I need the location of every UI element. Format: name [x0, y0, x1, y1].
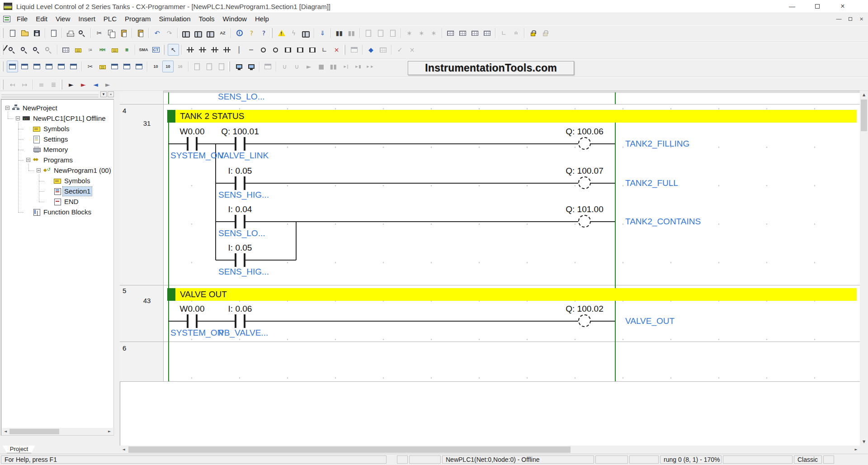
about-icon[interactable]: i: [234, 27, 245, 39]
copy-icon[interactable]: [106, 27, 117, 39]
mdi-minimize-button[interactable]: —: [834, 15, 844, 23]
tree-item-symbols[interactable]: Symbols: [1, 124, 113, 134]
symbol-window-icon[interactable]: [109, 61, 120, 72]
contact[interactable]: [187, 314, 198, 328]
transfer-to-plc-icon[interactable]: ⇓: [317, 27, 328, 39]
compare-with-plc-icon[interactable]: [216, 61, 227, 72]
context-help-icon[interactable]: ?: [258, 27, 269, 39]
delete-selection-icon[interactable]: ×: [331, 44, 342, 56]
find-icon[interactable]: [180, 27, 192, 39]
symbol-bar-icon[interactable]: ≣: [121, 44, 132, 56]
toggle-project-workspace-icon[interactable]: [7, 61, 18, 72]
scroll-down-icon[interactable]: ▼: [860, 438, 868, 446]
undo-icon[interactable]: ↶: [151, 27, 163, 39]
tree-item-symbols[interactable]: Symbols: [1, 176, 113, 186]
menu-edit[interactable]: Edit: [32, 13, 52, 25]
download-to-plc-icon[interactable]: [191, 61, 203, 72]
step-run-icon[interactable]: ►|: [340, 61, 351, 72]
release-password-icon[interactable]: [539, 27, 551, 39]
menu-program[interactable]: Program: [121, 13, 155, 25]
go-to-rung-icon[interactable]: ►: [66, 79, 77, 90]
print-icon[interactable]: [65, 27, 76, 39]
open-file-icon[interactable]: [19, 27, 30, 39]
split-window-icon[interactable]: ✂: [85, 61, 96, 72]
pause-mode-icon[interactable]: ▮▮: [328, 61, 339, 72]
toolbar-grip[interactable]: [2, 62, 5, 71]
close-button[interactable]: ×: [831, 0, 854, 13]
compile-all-plc-programs-icon[interactable]: [276, 27, 287, 39]
online-edit-compile-icon[interactable]: ϟ: [288, 27, 299, 39]
paste-special-icon[interactable]: [135, 27, 146, 39]
vertical-scroll-thumb[interactable]: [861, 100, 867, 131]
hex-monitor-icon[interactable]: 16: [175, 61, 186, 72]
menu-insert[interactable]: Insert: [74, 13, 99, 25]
new-closed-coil-icon[interactable]: [270, 44, 281, 56]
mdi-restore-button[interactable]: [845, 15, 855, 23]
show-comments-dialog-icon[interactable]: [72, 44, 84, 56]
new-function-block-invocation-icon[interactable]: [307, 44, 318, 56]
align-annotations-2-icon[interactable]: ≣: [48, 79, 59, 90]
expander-minus-icon[interactable]: [37, 168, 41, 172]
continuous-step-icon[interactable]: ►►: [364, 61, 376, 72]
local-symbol-table-icon[interactable]: [68, 61, 79, 72]
scroll-left-icon[interactable]: ◄: [120, 446, 127, 454]
signed-decimal-monitor-icon[interactable]: 10: [162, 61, 174, 72]
menu-window[interactable]: Window: [219, 13, 251, 25]
zoom-out-icon[interactable]: [31, 44, 42, 56]
align-annotations-icon[interactable]: ≡: [36, 79, 47, 90]
address-reference-tool-icon[interactable]: [56, 61, 67, 72]
rung-wrap-icon[interactable]: [121, 61, 132, 72]
help-topics-icon[interactable]: ?: [246, 27, 257, 39]
time-chart-monitor-icon[interactable]: ılı: [510, 27, 522, 39]
edit-comments-icon[interactable]: [97, 61, 108, 72]
print-preview-icon[interactable]: [77, 27, 88, 39]
zoom-to-icon[interactable]: [19, 44, 30, 56]
contact[interactable]: [235, 215, 245, 228]
new-line-connector-icon[interactable]: ∟: [319, 44, 330, 56]
toolbar-grip[interactable]: [2, 80, 5, 90]
monitor-data-display-icon[interactable]: HH: [97, 44, 108, 56]
data-area-view-icon[interactable]: [469, 27, 481, 39]
io-comment-bar-icon[interactable]: [109, 44, 120, 56]
find-bit-addresses-icon[interactable]: [205, 27, 216, 39]
watch-window-icon[interactable]: [31, 61, 42, 72]
tree-item-section1[interactable]: Section1: [1, 186, 113, 196]
contact[interactable]: [235, 253, 245, 267]
new-or-contact-icon[interactable]: [209, 44, 220, 56]
work-online-simulator-icon[interactable]: [245, 61, 257, 72]
toolbar-grip[interactable]: [228, 62, 231, 71]
tree-item-settings[interactable]: Settings: [1, 134, 113, 144]
toolbar-grip[interactable]: [163, 45, 165, 55]
menu-file[interactable]: File: [13, 13, 32, 25]
workspace-close-button[interactable]: ×: [108, 91, 114, 97]
work-online-icon[interactable]: [233, 61, 245, 72]
rung-comment-banner[interactable]: VALVE OUT: [167, 288, 857, 301]
new-closed-instruction-icon[interactable]: [294, 44, 306, 56]
compile-program-icon[interactable]: [48, 27, 59, 39]
tree-item-function-blocks[interactable]: Function Blocks: [1, 207, 113, 217]
force-cancel-icon[interactable]: ∗: [428, 27, 439, 39]
coil[interactable]: [578, 176, 591, 189]
differential-monitor-icon[interactable]: ◆: [365, 44, 377, 56]
tree-scroll-right-icon[interactable]: ►: [106, 428, 113, 435]
paste-icon[interactable]: [118, 27, 129, 39]
tree-item-memory[interactable]: Memory: [1, 145, 113, 155]
increase-rung-indent-icon[interactable]: ↦: [19, 79, 30, 90]
pause-all-monitoring-icon[interactable]: ▮▮: [346, 27, 357, 39]
new-coil-icon[interactable]: [258, 44, 269, 56]
rung-comment-banner[interactable]: TANK 2 STATUS: [167, 110, 857, 123]
online-edit-grid-icon[interactable]: [377, 44, 389, 56]
transfer-step-icon[interactable]: [262, 61, 274, 72]
scroll-right-icon[interactable]: ►: [852, 446, 860, 454]
workspace-collapse-button[interactable]: ▼: [100, 91, 107, 97]
tree-item-newproject[interactable]: NewProject: [1, 103, 113, 113]
expander-minus-icon[interactable]: [26, 158, 30, 162]
menu-tools[interactable]: Tools: [195, 13, 219, 25]
force-set-icon[interactable]: ∗: [404, 27, 415, 39]
program-mode-icon[interactable]: ∪: [279, 61, 290, 72]
new-contact-icon[interactable]: [184, 44, 196, 56]
go-to-next-address-reference-icon[interactable]: ►: [78, 79, 89, 90]
step-over-icon[interactable]: ►▮: [352, 61, 363, 72]
release-online-edit-icon[interactable]: [387, 27, 398, 39]
ladder-vertical-scrollbar[interactable]: ▲ ▼: [860, 91, 868, 446]
